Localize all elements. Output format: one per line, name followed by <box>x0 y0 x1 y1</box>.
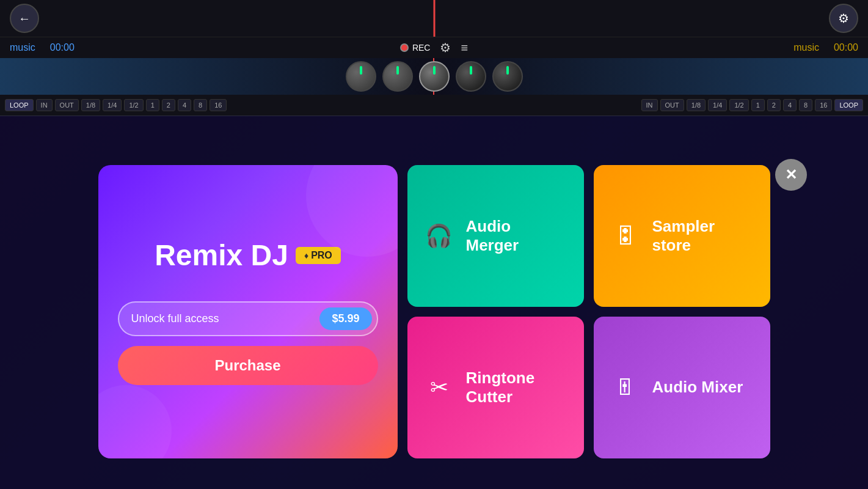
loop-controls: LOOP IN OUT 1/8 1/4 1/2 1 2 4 8 16 IN OU… <box>0 95 868 116</box>
waveform-area <box>0 58 868 95</box>
loop-btn-in-left[interactable]: IN <box>36 99 53 111</box>
right-music-label: music <box>793 42 819 53</box>
knob-4[interactable] <box>456 61 486 92</box>
unlock-text: Unlock full access <box>131 312 219 325</box>
knob-3[interactable] <box>419 61 450 92</box>
loop-btn-1-2-left[interactable]: 1/2 <box>124 99 143 111</box>
fader-icon: 🎚 <box>611 375 640 400</box>
right-loop-group: IN OUT 1/8 1/4 1/2 1 2 4 8 16 LOOP <box>641 99 863 111</box>
promo-card: Remix DJ♦PRO Unlock full access $5.99 Pu… <box>98 165 398 458</box>
audio-mixer-card[interactable]: 🎚 Audio Mixer <box>594 317 770 458</box>
knob-1[interactable] <box>346 61 376 92</box>
left-music-label: music <box>10 42 35 53</box>
ringtone-cutter-card[interactable]: ✂ RingtoneCutter <box>407 317 584 458</box>
left-time-label: 00:00 <box>50 42 75 53</box>
modal-overlay: ✕ Remix DJ♦PRO Unlock full access $5.99 … <box>0 116 868 489</box>
unlock-row: Unlock full access $5.99 <box>118 301 378 336</box>
loop-btn-1-8-left[interactable]: 1/8 <box>81 99 100 111</box>
loop-btn-8-right[interactable]: 8 <box>799 99 812 111</box>
pro-badge: ♦PRO <box>296 247 341 264</box>
headphones-icon: 🎧 <box>425 223 454 249</box>
audio-mixer-label: Audio Mixer <box>652 378 743 397</box>
top-bar: ← ⚙ <box>0 0 868 37</box>
remix-dj-title: Remix DJ♦PRO <box>155 238 341 272</box>
loop-btn-1-right[interactable]: 1 <box>751 99 765 111</box>
loop-btn-in-right[interactable]: IN <box>641 99 658 111</box>
loop-btn-1-left[interactable]: 1 <box>146 99 159 111</box>
rec-dot <box>400 43 409 52</box>
menu-icon[interactable]: ≡ <box>461 41 468 55</box>
music-row: music 00:00 REC ⚙ ≡ music 00:00 <box>0 37 868 58</box>
purchase-button[interactable]: Purchase <box>118 346 378 385</box>
left-loop-group: LOOP IN OUT 1/8 1/4 1/2 1 2 4 8 16 <box>5 99 227 111</box>
loop-btn-1-4-left[interactable]: 1/4 <box>103 99 122 111</box>
mixer-icon[interactable]: ⚙ <box>440 40 451 55</box>
sampler-store-card[interactable]: 🎛 Samplerstore <box>594 165 770 307</box>
loop-btn-4-right[interactable]: 4 <box>783 99 797 111</box>
remix-dj-text: Remix DJ <box>155 238 288 272</box>
scissors-icon: ✂ <box>425 375 454 400</box>
rec-button[interactable]: REC <box>400 43 431 53</box>
main-area: ✕ Remix DJ♦PRO Unlock full access $5.99 … <box>0 116 868 489</box>
music-controls: REC ⚙ ≡ <box>400 40 468 55</box>
loop-btn-loop-left[interactable]: LOOP <box>5 99 34 111</box>
knob-5[interactable] <box>492 61 523 92</box>
price-badge: $5.99 <box>319 307 371 330</box>
knobs-row <box>346 61 523 92</box>
right-time-label: 00:00 <box>834 42 858 53</box>
loop-btn-2-left[interactable]: 2 <box>162 99 175 111</box>
top-bar-left: ← <box>10 4 39 33</box>
loop-btn-2-right[interactable]: 2 <box>767 99 781 111</box>
settings-button[interactable]: ⚙ <box>829 4 858 33</box>
sampler-store-label: Samplerstore <box>652 217 715 255</box>
audio-merger-card[interactable]: 🎧 AudioMerger <box>407 165 584 307</box>
center-line <box>433 0 435 37</box>
loop-btn-1-8-right[interactable]: 1/8 <box>687 99 706 111</box>
loop-btn-4-left[interactable]: 4 <box>178 99 191 111</box>
ringtone-cutter-label: RingtoneCutter <box>466 369 535 406</box>
loop-btn-loop-right[interactable]: LOOP <box>834 99 863 111</box>
loop-btn-16-left[interactable]: 16 <box>210 99 227 111</box>
loop-btn-out-left[interactable]: OUT <box>55 99 79 111</box>
modal-container: ✕ Remix DJ♦PRO Unlock full access $5.99 … <box>98 165 770 458</box>
top-bar-right: ⚙ <box>829 4 858 33</box>
loop-btn-8-left[interactable]: 8 <box>194 99 207 111</box>
close-button[interactable]: ✕ <box>775 159 807 191</box>
loop-btn-1-2-right[interactable]: 1/2 <box>729 99 748 111</box>
sampler-icon: 🎛 <box>611 223 640 249</box>
knob-2[interactable] <box>382 61 413 92</box>
feature-grid: 🎧 AudioMerger 🎛 Samplerstore ✂ RingtoneC… <box>407 165 770 458</box>
loop-btn-1-4-right[interactable]: 1/4 <box>708 99 727 111</box>
audio-merger-label: AudioMerger <box>466 217 519 255</box>
loop-btn-out-right[interactable]: OUT <box>660 99 684 111</box>
back-button[interactable]: ← <box>10 4 39 33</box>
loop-btn-16-right[interactable]: 16 <box>815 99 832 111</box>
